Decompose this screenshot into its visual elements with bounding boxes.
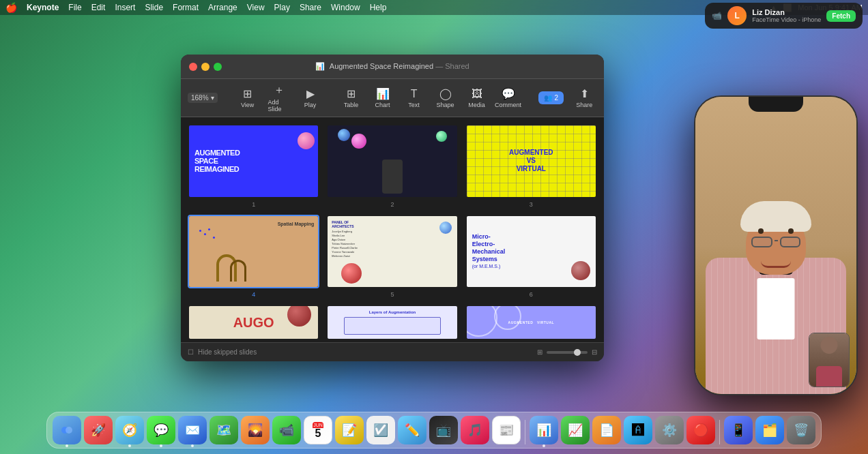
dock-icon-pages[interactable]: 📄 — [592, 416, 621, 444]
text-label: Text — [408, 102, 420, 108]
dock-icon-reminders[interactable]: ☑️ — [366, 416, 395, 444]
menu-arrange[interactable]: Arrange — [208, 3, 237, 12]
dock-icon-calendar[interactable]: JUN 5 — [304, 416, 332, 444]
decorative-sphere — [298, 132, 315, 149]
toolbar-media[interactable]: 🖼 Media — [466, 88, 488, 108]
toolbar-add-slide[interactable]: ＋ Add Slide — [268, 83, 290, 112]
list-item[interactable]: AugmentedVSVirtual 3 — [465, 124, 597, 208]
chart-icon: 📊 — [376, 87, 390, 100]
dock-icon-news[interactable]: 📰 — [492, 416, 521, 444]
dock-icon-messages[interactable]: 💬 — [147, 416, 175, 444]
toolbar-text[interactable]: T Text — [403, 88, 425, 108]
expand-icon[interactable]: ⊟ — [592, 348, 597, 356]
dock-icon-freeform[interactable]: ✏️ — [398, 416, 426, 444]
grid-icon[interactable]: ⊞ — [537, 348, 542, 356]
list-item[interactable]: Layers of Augmentation — [326, 305, 458, 340]
badges-icon: 🔴 — [693, 423, 708, 438]
list-item[interactable]: PANEL OFARCHITECTS Jocelyn Engberg Sheil… — [326, 215, 458, 299]
list-item[interactable]: Micro-Electro-MechanicalSystems(or M.E.M… — [465, 215, 597, 299]
menu-window[interactable]: Window — [331, 3, 360, 12]
toolbar-play[interactable]: ▶ Play — [300, 87, 321, 108]
slide-thumbnail[interactable]: AUGMENTEDSPACEREIMAGINED — [188, 124, 319, 198]
freeform-icon: ✏️ — [405, 423, 420, 438]
dock-icon-safari[interactable]: 🧭 — [115, 416, 144, 444]
menu-format[interactable]: Format — [173, 3, 199, 12]
close-button[interactable] — [189, 63, 197, 71]
toolbar-shape[interactable]: ◯ Shape — [435, 87, 457, 108]
toolbar-chart[interactable]: 📊 Chart — [372, 87, 394, 108]
pip-camera — [809, 333, 850, 387]
menu-help[interactable]: Help — [370, 3, 387, 12]
slide-thumbnail[interactable]: PANEL OFARCHITECTS Jocelyn Engberg Sheil… — [326, 215, 458, 289]
dock-icon-maps[interactable]: 🗺️ — [209, 416, 238, 444]
dock-icon-mail[interactable]: ✉️ — [178, 416, 207, 444]
minimize-button[interactable] — [201, 63, 209, 71]
dock-icon-badges[interactable]: 🔴 — [686, 416, 715, 444]
dock-icon-trash[interactable]: 🗑️ — [787, 416, 815, 444]
list-item[interactable]: AUGO — [188, 305, 319, 340]
dock-icon-facetime[interactable]: 📹 — [272, 416, 301, 444]
slide-thumbnail[interactable]: AUGMENTED VIRTUAL — [465, 305, 597, 340]
numbers-icon: 📈 — [568, 423, 583, 438]
collaboration-button[interactable]: 👥 2 — [538, 91, 564, 104]
checkbox-icon[interactable]: ☐ — [188, 348, 194, 356]
slide-number: 6 — [530, 291, 533, 298]
table-label: Table — [344, 102, 359, 108]
safari-icon: 🧭 — [122, 423, 137, 438]
slide-area[interactable]: AUGMENTEDSPACEREIMAGINED 1 2 — [181, 117, 604, 342]
zoom-control[interactable]: 168% ▾ — [188, 93, 218, 103]
dock-icon-appstore[interactable]: 🅰 — [624, 416, 652, 444]
dock-icon-notes[interactable]: 📝 — [335, 416, 364, 444]
menu-insert[interactable]: Insert — [115, 3, 135, 12]
menu-edit[interactable]: Edit — [91, 3, 106, 12]
list-item[interactable]: AUGMENTED VIRTUAL — [465, 305, 597, 340]
toolbar-share[interactable]: ⬆ Share — [573, 87, 595, 108]
toolbar-table[interactable]: ⊞ Table — [341, 87, 362, 108]
toolbar-comment[interactable]: 💬 Comment — [497, 87, 519, 108]
dock-icon-numbers[interactable]: 📈 — [561, 416, 590, 444]
dock-icon-files[interactable]: 🗂️ — [755, 416, 784, 444]
menu-file[interactable]: File — [68, 3, 81, 12]
list-item[interactable]: AUGMENTEDSPACEREIMAGINED 1 — [188, 124, 319, 208]
dock-icon-launchpad[interactable]: 🚀 — [84, 416, 113, 444]
zoom-slider[interactable] — [547, 351, 588, 354]
mouth — [761, 261, 791, 268]
fullscreen-button[interactable] — [214, 63, 222, 71]
menu-slide[interactable]: Slide — [145, 3, 163, 12]
decorative-sphere — [571, 261, 590, 280]
dock-icon-settings[interactable]: ⚙️ — [655, 416, 684, 444]
facetime-fetch-button[interactable]: Fetch — [826, 10, 856, 22]
slide1-title: AUGMENTEDSPACEREIMAGINED — [194, 149, 313, 173]
app-name[interactable]: Keynote — [27, 3, 59, 12]
zoom-thumb[interactable] — [574, 349, 581, 356]
menu-share[interactable]: Share — [300, 3, 321, 12]
share-icon: ⬆ — [580, 87, 589, 100]
calendar-icon: JUN 5 — [313, 422, 323, 439]
slide-thumbnail[interactable]: AUGO — [188, 305, 319, 340]
dock-icon-keynote[interactable]: 📊 — [530, 416, 558, 444]
slide-thumbnail[interactable]: Spatial Mapping — [188, 215, 319, 289]
maps-icon: 🗺️ — [216, 423, 231, 438]
apple-menu-icon[interactable]: 🍎 — [5, 2, 17, 13]
menu-view[interactable]: View — [247, 3, 265, 12]
dock-icon-finder[interactable] — [53, 416, 81, 444]
hide-skipped-label[interactable]: Hide skipped slides — [198, 348, 257, 356]
dock-icon-photos[interactable]: 🌄 — [241, 416, 270, 444]
slide-thumbnail[interactable]: Layers of Augmentation — [326, 305, 458, 340]
news-icon: 📰 — [499, 423, 514, 438]
menu-play[interactable]: Play — [274, 3, 290, 12]
slide-thumbnail[interactable]: Micro-Electro-MechanicalSystems(or M.E.M… — [465, 215, 597, 289]
add-slide-icon: ＋ — [274, 83, 285, 97]
dock-icon-appletv[interactable]: 📺 — [429, 416, 458, 444]
list-item[interactable]: 2 — [326, 124, 458, 208]
slide-thumbnail[interactable]: AugmentedVSVirtual — [465, 124, 597, 198]
media-label: Media — [468, 102, 485, 108]
decorative-sphere — [338, 129, 350, 141]
decorative-sphere — [351, 134, 366, 149]
dock-icon-music[interactable]: 🎵 — [461, 416, 489, 444]
toolbar-view[interactable]: ⊞ View — [237, 87, 259, 108]
list-item[interactable]: Spatial Mapping 4 — [188, 215, 319, 299]
slide-thumbnail[interactable] — [326, 124, 458, 198]
facetime-camera-icon: 📹 — [712, 11, 722, 20]
dock-icon-iphone-mirroring[interactable]: 📱 — [724, 416, 753, 444]
